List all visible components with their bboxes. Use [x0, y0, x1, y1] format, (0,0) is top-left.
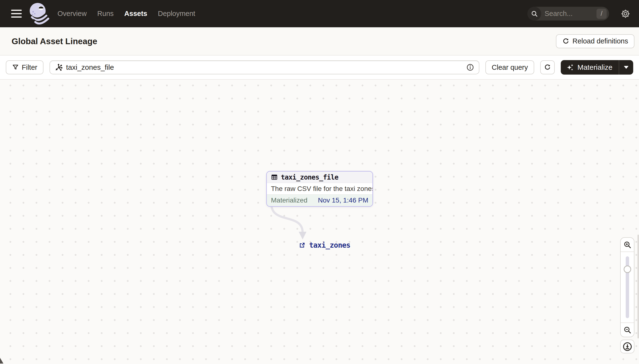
- reload-definitions-button[interactable]: Reload definitions: [556, 34, 634, 48]
- zoom-controls: [620, 237, 634, 337]
- zoom-out-icon: [623, 326, 631, 334]
- asset-selection-input[interactable]: [66, 63, 463, 72]
- asset-status-row: Materialized Nov 15, 1:46 PM: [267, 194, 372, 206]
- filter-button[interactable]: Filter: [6, 60, 44, 74]
- lineage-toolbar: Filter Clear query: [0, 55, 639, 80]
- settings-gear-icon[interactable]: [620, 8, 631, 19]
- nav-link-overview[interactable]: Overview: [58, 10, 87, 18]
- status-timestamp[interactable]: Nov 15, 1:46 PM: [318, 196, 368, 204]
- materialize-label: Materialize: [577, 63, 612, 72]
- materialize-button[interactable]: Materialize: [561, 60, 619, 74]
- zoom-in-button[interactable]: [621, 238, 634, 252]
- recenter-view-button[interactable]: [620, 340, 634, 354]
- canvas-corner-artifact: [0, 358, 4, 364]
- top-navbar: Overview Runs Assets Deployment /: [0, 0, 639, 27]
- page-header: Global Asset Lineage Reload definitions: [0, 27, 639, 55]
- canvas-scrollbar[interactable]: [637, 234, 639, 338]
- asset-description: The raw CSV file for the taxi zones dat.…: [267, 183, 372, 194]
- zoom-slider-thumb[interactable]: [623, 266, 631, 273]
- reload-definitions-label: Reload definitions: [572, 37, 628, 45]
- chevron-down-icon: [624, 66, 628, 69]
- materialize-dropdown-button[interactable]: [619, 60, 633, 74]
- nav-link-assets[interactable]: Assets: [124, 10, 147, 18]
- edge-arrowhead: [299, 232, 306, 240]
- status-label: Materialized: [271, 196, 307, 204]
- nav-link-runs[interactable]: Runs: [97, 10, 114, 18]
- downstream-asset-name: taxi_zones: [309, 241, 350, 249]
- search-icon: [527, 7, 541, 20]
- lineage-canvas[interactable]: taxi_zones_file The raw CSV file for the…: [0, 80, 639, 364]
- clear-query-label: Clear query: [492, 64, 528, 72]
- filter-funnel-icon: [12, 64, 19, 71]
- zoom-slider[interactable]: [621, 252, 634, 322]
- asset-node-header: taxi_zones_file: [267, 172, 372, 183]
- primary-nav: Overview Runs Assets Deployment: [58, 10, 195, 18]
- zoom-out-button[interactable]: [621, 322, 634, 337]
- filter-label: Filter: [22, 64, 37, 72]
- refresh-graph-button[interactable]: [540, 60, 555, 74]
- refresh-icon: [562, 38, 569, 45]
- download-circle-icon: [622, 342, 632, 352]
- search-shortcut-badge: /: [596, 9, 607, 19]
- sparkles-icon: [566, 63, 574, 72]
- search-input[interactable]: [541, 10, 596, 18]
- dagster-logo[interactable]: [27, 2, 49, 26]
- lineage-edge: [0, 80, 639, 364]
- zoom-in-icon: [623, 241, 631, 249]
- clear-query-button[interactable]: Clear query: [485, 60, 534, 74]
- asset-name: taxi_zones_file: [281, 173, 338, 181]
- global-search[interactable]: /: [527, 7, 609, 20]
- nav-link-deployment[interactable]: Deployment: [158, 10, 195, 18]
- asset-selection-input-wrap: [50, 60, 479, 74]
- table-icon: [271, 174, 278, 180]
- external-link-icon: [298, 242, 306, 249]
- op-selector-icon: [55, 64, 63, 71]
- refresh-icon: [544, 64, 551, 71]
- hamburger-menu-icon[interactable]: [11, 10, 22, 18]
- query-info-icon[interactable]: [466, 64, 474, 71]
- downstream-asset-taxi-zones[interactable]: taxi_zones: [298, 241, 350, 249]
- materialize-split-button: Materialize: [561, 60, 633, 74]
- page-title: Global Asset Lineage: [12, 36, 97, 46]
- asset-node-taxi-zones-file[interactable]: taxi_zones_file The raw CSV file for the…: [266, 171, 373, 207]
